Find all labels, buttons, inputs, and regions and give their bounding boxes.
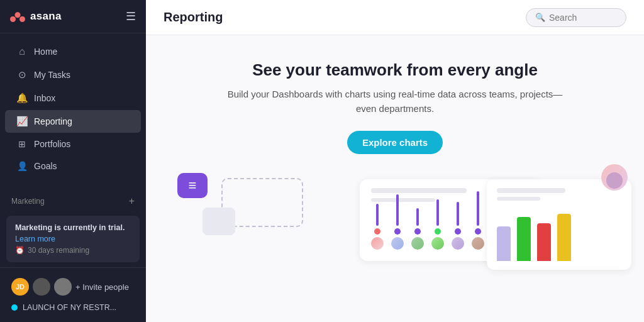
vert-bar-3	[537, 223, 551, 261]
chart-title-bar	[371, 188, 467, 193]
bar-avatar-3	[411, 237, 424, 250]
search-input[interactable]	[549, 13, 617, 23]
bar-avatar-1	[371, 237, 384, 250]
topbar: Reporting 🔍	[146, 0, 644, 35]
chart2-sub-bar	[497, 197, 540, 201]
bar-col-4	[431, 199, 444, 250]
sidebar-label-home: Home	[34, 47, 57, 57]
bar-avatar-5	[452, 237, 464, 250]
trial-bold-text: Marketing is currently in trial.	[15, 223, 131, 232]
asana-logo: asana	[10, 9, 62, 24]
bar-dot-1	[374, 228, 380, 235]
bar-dot-4	[435, 228, 441, 235]
bar-col-3	[411, 208, 424, 250]
trial-box: Marketing is currently in trial. Learn m…	[6, 216, 140, 262]
bar-dot-3	[414, 228, 421, 235]
sidebar-label-inbox: Inbox	[34, 93, 55, 103]
bar-chart-card	[487, 179, 631, 270]
sidebar-item-reporting[interactable]: 📈 Reporting	[5, 110, 141, 133]
explore-charts-button[interactable]: Explore charts	[347, 131, 443, 154]
sidebar-header: asana ☰	[0, 0, 146, 33]
add-marketing-button[interactable]: +	[129, 196, 135, 207]
home-icon: ⌂	[16, 46, 28, 57]
sidebar-bottom: JD + Invite people LAUNCH OF NY RESTR...	[0, 267, 146, 322]
trial-days: ⏰ 30 days remaining	[15, 246, 131, 255]
sidebar: asana ☰ ⌂ Home ⊙ My Tasks 🔔 Inbox 📈 Repo…	[0, 0, 146, 322]
bar-dot-5	[455, 228, 461, 235]
project-row[interactable]: LAUNCH OF NY RESTR...	[8, 299, 138, 316]
bar-avatar-4	[431, 237, 444, 250]
reporting-icon: 📈	[16, 116, 28, 127]
main-content: Reporting 🔍 See your teamwork from every…	[146, 0, 644, 322]
sidebar-item-home[interactable]: ⌂ Home	[5, 40, 141, 63]
hero-title: See your teamwork from every angle	[252, 60, 538, 80]
search-box[interactable]: 🔍	[526, 8, 626, 27]
trial-learn-more-link[interactable]: Learn more	[15, 235, 131, 243]
bar-stick-4	[436, 199, 439, 226]
search-icon: 🔍	[535, 13, 545, 22]
check-icon: ⊙	[16, 69, 28, 80]
project-dot-icon	[11, 304, 18, 311]
section-marketing: Marketing +	[0, 188, 146, 211]
small-placeholder-box	[203, 208, 235, 235]
goals-icon: 👤	[16, 161, 28, 171]
sidebar-nav: ⌂ Home ⊙ My Tasks 🔔 Inbox 📈 Reporting ⊞ …	[0, 33, 146, 188]
hero-subtitle: Build your Dashboards with charts using …	[219, 87, 571, 116]
clock-icon: ⏰	[15, 246, 25, 255]
sidebar-label-portfolios: Portfolios	[34, 139, 70, 149]
bar-dot-6	[475, 228, 481, 235]
bell-icon: 🔔	[16, 92, 28, 104]
asana-logo-icon	[10, 9, 25, 24]
sidebar-item-inbox[interactable]: 🔔 Inbox	[5, 87, 141, 109]
project-label: LAUNCH OF NY RESTR...	[23, 303, 116, 312]
bar-col-1	[371, 204, 384, 250]
sidebar-label-reporting: Reporting	[34, 116, 72, 126]
vert-bar-group	[497, 211, 621, 261]
avatar-jd: JD	[11, 278, 29, 296]
chart2-title-bar	[497, 188, 565, 193]
widget-equals-icon: ≡	[189, 177, 197, 194]
content-area: See your teamwork from every angle Build…	[146, 35, 644, 322]
vert-bar-2	[517, 217, 531, 261]
sidebar-label-goals: Goals	[34, 161, 57, 171]
avatar-shape	[606, 172, 623, 189]
invite-people-label[interactable]: + Invite people	[75, 282, 129, 292]
bar-stick-6	[477, 191, 479, 226]
bar-stick-2	[396, 194, 399, 226]
sidebar-item-goals[interactable]: 👤 Goals	[5, 155, 141, 177]
invite-people-button[interactable]: JD + Invite people	[8, 274, 138, 299]
menu-icon[interactable]: ☰	[126, 9, 136, 23]
vert-bar-4	[557, 214, 571, 261]
section-marketing-label: Marketing	[11, 197, 45, 206]
charts-preview: ≡	[158, 173, 631, 286]
sidebar-label-my-tasks: My Tasks	[34, 70, 70, 80]
page-title: Reporting	[164, 10, 223, 25]
svg-point-0	[15, 12, 21, 18]
avatar-gray1	[33, 278, 50, 296]
svg-point-2	[19, 16, 25, 22]
bar-avatar-2	[391, 237, 404, 250]
vert-bar-1	[497, 226, 511, 261]
bar-stick-5	[457, 202, 459, 226]
bar-col-5	[452, 202, 464, 250]
asana-logo-text: asana	[30, 10, 62, 23]
avatar-gray2	[54, 278, 72, 296]
bar-stick-1	[376, 204, 379, 226]
bar-dot-2	[394, 228, 401, 235]
sidebar-item-portfolios[interactable]: ⊞ Portfolios	[5, 133, 141, 155]
portfolios-icon: ⊞	[16, 139, 28, 149]
svg-point-1	[10, 16, 16, 22]
bar-avatar-6	[472, 237, 484, 250]
widget-icon: ≡	[177, 173, 208, 198]
bar-stick-3	[416, 208, 419, 226]
decorative-avatar	[601, 164, 628, 191]
bar-col-2	[391, 194, 404, 250]
sidebar-item-my-tasks[interactable]: ⊙ My Tasks	[5, 64, 141, 86]
bar-col-6	[472, 191, 484, 250]
